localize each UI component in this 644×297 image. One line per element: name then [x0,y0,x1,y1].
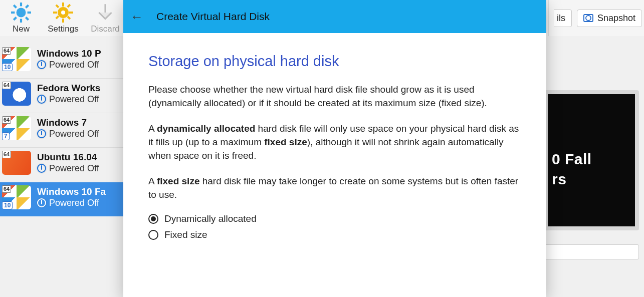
dialog-paragraph-3: A fixed size hard disk file may take lon… [148,174,521,201]
power-icon [37,95,46,104]
preview-line2: rs [552,169,631,189]
svg-rect-11 [62,3,64,7]
vm-state: Powered Off [37,163,99,174]
vm-item[interactable]: 6410 Windows 10 PPowered Off [0,44,130,78]
camera-icon [583,14,593,22]
gear-icon [42,1,84,24]
allocation-options: Dynamically allocated Fixed size [148,213,521,240]
option-fixed-label: Fixed size [164,229,207,240]
radio-icon [148,230,158,240]
svg-rect-16 [67,16,71,20]
vm-name: Windows 7 [37,117,99,128]
vm-name: Fedora Works [37,83,100,94]
vm-item[interactable]: 6410 Windows 10 FaPowered Off [0,182,130,216]
vm-item[interactable]: 647 Windows 7Powered Off [0,113,130,147]
radio-icon [148,214,158,224]
vm-state: Powered Off [37,94,100,105]
vm-item[interactable]: 64 Fedora WorksPowered Off [0,78,130,113]
discard-button[interactable]: Discard [84,1,126,36]
svg-rect-15 [55,4,59,8]
new-button[interactable]: New [0,1,42,36]
tab-snapshots-label: Snapshot [597,13,635,24]
vm-os-icon: 64 [2,82,31,106]
dialog-heading: Storage on physical hard disk [148,53,521,70]
svg-point-0 [17,8,26,18]
discard-label: Discard [91,24,120,34]
preview-line1: 0 Fall [552,149,631,169]
svg-line-7 [26,5,28,8]
svg-line-8 [14,17,16,20]
settings-button[interactable]: Settings [42,1,84,36]
dialog-header: ← Create Virtual Hard Disk [123,0,546,33]
vm-os-icon: 6410 [2,185,31,209]
vm-name: Ubuntu 16.04 [37,152,99,163]
discard-arrow-icon [84,1,126,24]
vm-os-icon: 647 [2,116,31,140]
main-toolbar: New Settings Discard [0,0,130,36]
svg-rect-18 [55,16,59,20]
tab-details-label: ils [557,13,565,24]
svg-point-10 [61,11,65,15]
vm-os-icon: 64 [2,151,31,175]
svg-rect-17 [67,4,71,8]
vm-state: Powered Off [37,197,106,208]
vm-state: Powered Off [37,128,99,139]
back-arrow-icon[interactable]: ← [130,10,143,23]
vm-state: Powered Off [37,59,101,70]
sun-new-icon [0,1,42,24]
power-icon [37,60,46,69]
settings-label: Settings [48,24,78,34]
option-dynamic-label: Dynamically allocated [164,213,257,224]
new-label: New [13,24,30,34]
power-icon [37,164,46,173]
dialog-title: Create Virtual Hard Disk [156,11,270,23]
dialog-paragraph-2: A dynamically allocated hard disk file w… [148,122,521,162]
preview-caption-strip [544,244,639,259]
svg-rect-14 [69,12,73,14]
tab-snapshots[interactable]: Snapshot [577,10,642,27]
svg-rect-12 [62,19,64,23]
power-icon [37,198,46,207]
vm-name: Windows 10 P [37,48,101,59]
svg-line-5 [14,5,16,8]
dialog-paragraph-1: Please choose whether the new virtual ha… [148,83,521,110]
power-icon [37,129,46,138]
option-fixed[interactable]: Fixed size [148,229,521,240]
svg-line-6 [26,17,28,20]
svg-rect-13 [53,12,57,14]
vm-name: Windows 10 Fa [37,186,106,197]
vm-list: 6410 Windows 10 PPowered Off 64 Fedora W… [0,44,130,216]
option-dynamic[interactable]: Dynamically allocated [148,213,521,224]
tab-details[interactable]: ils [554,10,572,27]
vm-item[interactable]: 64 Ubuntu 16.04Powered Off [0,147,130,182]
vm-preview-thumbnail: 0 Fall rs [544,90,639,230]
right-header: ils Snapshot [548,0,644,36]
create-vhd-dialog: ← Create Virtual Hard Disk Storage on ph… [123,0,546,297]
vm-os-icon: 6410 [2,47,31,71]
